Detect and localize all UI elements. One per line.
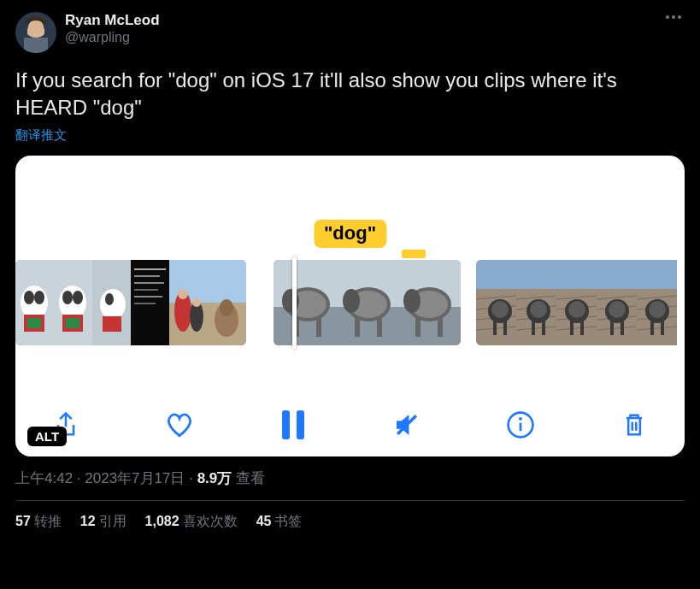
svg-rect-85: [570, 320, 574, 335]
svg-rect-18: [103, 316, 121, 332]
svg-point-54: [403, 289, 421, 313]
search-term-tooltip: "dog": [314, 220, 386, 248]
svg-rect-106: [661, 320, 664, 335]
avatar[interactable]: [15, 12, 56, 53]
likes-stat[interactable]: 1,082喜欢次数: [145, 513, 238, 531]
user-handle[interactable]: @warpling: [65, 29, 160, 45]
svg-rect-24: [134, 296, 162, 297]
svg-rect-49: [377, 316, 382, 337]
svg-rect-8: [27, 318, 41, 328]
translate-link[interactable]: 翻译推文: [15, 127, 685, 144]
tweet-header: Ryan McLeod @warpling: [15, 12, 685, 53]
svg-point-40: [282, 289, 299, 313]
retweets-stat[interactable]: 57转推: [15, 513, 62, 531]
tooltip-marker: [402, 250, 426, 258]
mute-icon[interactable]: [391, 409, 423, 441]
svg-rect-25: [134, 303, 156, 304]
svg-rect-65: [493, 320, 497, 335]
svg-rect-22: [134, 282, 164, 284]
svg-point-84: [568, 301, 585, 318]
svg-point-16: [100, 289, 126, 320]
svg-point-74: [530, 301, 547, 318]
user-block: Ryan McLeod @warpling: [65, 12, 160, 46]
svg-point-11: [62, 291, 73, 304]
media-attachment[interactable]: "dog": [15, 156, 685, 456]
clip-gap: [246, 260, 274, 345]
video-timeline[interactable]: [15, 260, 685, 345]
info-icon[interactable]: [504, 409, 537, 441]
media-action-bar: [15, 409, 685, 441]
svg-rect-57: [476, 260, 516, 289]
svg-rect-105: [650, 320, 654, 335]
tweet-text: If you search for "dog" on iOS 17 it'll …: [15, 67, 685, 122]
svg-rect-23: [134, 289, 158, 291]
svg-rect-67: [516, 260, 556, 289]
svg-rect-20: [134, 268, 166, 270]
svg-rect-86: [580, 320, 584, 335]
svg-rect-32: [208, 260, 246, 303]
svg-rect-56: [438, 316, 443, 337]
svg-rect-75: [532, 320, 535, 335]
svg-point-6: [34, 291, 44, 304]
svg-rect-2: [24, 38, 48, 53]
clip-group-3: [476, 260, 677, 345]
svg-rect-42: [316, 316, 321, 337]
clip-gap: [461, 260, 476, 345]
svg-point-104: [649, 301, 666, 318]
svg-rect-14: [66, 318, 79, 328]
svg-point-31: [192, 298, 201, 307]
svg-point-47: [343, 289, 360, 313]
trash-icon[interactable]: [618, 409, 650, 441]
views-count: 8.9万: [197, 470, 232, 486]
tweet-container: Ryan McLeod @warpling If you search for …: [0, 0, 700, 531]
more-menu-button[interactable]: [662, 12, 685, 22]
svg-rect-76: [542, 320, 545, 335]
display-name[interactable]: Ryan McLeod: [65, 12, 160, 29]
svg-rect-66: [503, 320, 507, 335]
svg-rect-97: [637, 260, 677, 289]
tweet-date[interactable]: 2023年7月17日: [85, 470, 185, 486]
svg-point-17: [105, 293, 114, 305]
svg-point-109: [519, 417, 522, 421]
clip-group-2: [274, 260, 461, 345]
quotes-stat[interactable]: 12引用: [80, 513, 126, 531]
svg-point-35: [220, 299, 233, 316]
svg-rect-96: [621, 320, 624, 335]
svg-point-64: [491, 301, 509, 318]
svg-rect-48: [355, 316, 360, 337]
playhead[interactable]: [292, 256, 297, 349]
bookmarks-stat[interactable]: 45书签: [256, 513, 303, 531]
pause-icon[interactable]: [277, 409, 309, 441]
svg-rect-55: [415, 316, 421, 337]
alt-badge[interactable]: ALT: [27, 427, 67, 446]
heart-icon[interactable]: [163, 409, 196, 441]
svg-point-94: [609, 301, 626, 318]
tweet-meta: 上午4:42 · 2023年7月17日 · 8.9万 查看: [15, 468, 685, 500]
svg-rect-77: [556, 260, 597, 289]
svg-rect-95: [610, 320, 614, 335]
tweet-time[interactable]: 上午4:42: [15, 470, 73, 486]
svg-rect-87: [597, 260, 637, 289]
views-label: 查看: [232, 470, 265, 486]
svg-point-5: [24, 291, 34, 304]
svg-point-29: [178, 289, 188, 299]
svg-point-12: [73, 291, 83, 304]
clip-group-1: [15, 260, 246, 345]
tweet-stats: 57转推 12引用 1,082喜欢次数 45书签: [15, 501, 685, 531]
svg-rect-21: [134, 275, 160, 277]
